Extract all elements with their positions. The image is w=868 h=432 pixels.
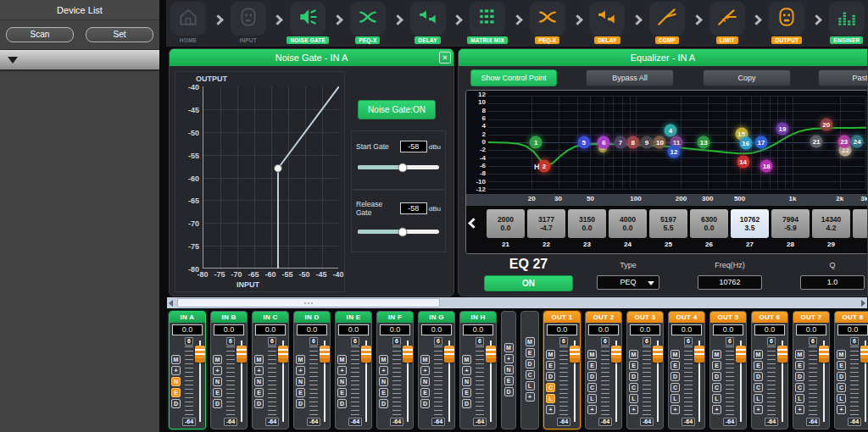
channel-button-plus[interactable]: + xyxy=(670,405,680,414)
channel-gain-value[interactable]: 0.0 xyxy=(297,324,327,335)
eq-control-point-12[interactable]: 12 xyxy=(667,145,680,158)
channel-button-m[interactable]: M xyxy=(629,350,638,359)
freq-input[interactable]: 10762 xyxy=(698,275,762,290)
channel-button-m[interactable]: M xyxy=(712,350,721,359)
channel-header[interactable]: IN A xyxy=(170,312,205,323)
channel-button-n[interactable]: N xyxy=(254,377,264,386)
channel-button-d[interactable]: D xyxy=(546,372,555,381)
band-cell-27[interactable]: 107623.5 xyxy=(731,209,769,238)
channel-button-plus[interactable]: + xyxy=(754,405,763,414)
channel-gain-value[interactable]: 0.0 xyxy=(671,324,702,335)
eq-control-point-23[interactable]: 23 xyxy=(837,136,850,148)
channel-button-m[interactable]: M xyxy=(546,350,555,359)
channel-button-d[interactable]: D xyxy=(754,372,763,381)
channel-header[interactable]: OUT 1 xyxy=(544,312,580,323)
fader-handle[interactable] xyxy=(819,346,829,363)
channel-button-m[interactable]: M xyxy=(837,350,846,359)
channel-button-e[interactable]: E xyxy=(795,361,804,370)
channel-header[interactable]: OUT 7 xyxy=(793,312,829,323)
channel-button-m[interactable]: M xyxy=(213,355,222,364)
channel-header[interactable]: IN C xyxy=(253,312,288,323)
fader-handle[interactable] xyxy=(403,346,413,363)
fader-handle[interactable] xyxy=(860,346,868,363)
fader-handle[interactable] xyxy=(486,346,496,363)
channel-button-m[interactable]: M xyxy=(754,350,763,359)
channel-button-l[interactable]: L xyxy=(629,394,638,403)
band-cell-26[interactable]: 63000.0 xyxy=(690,209,728,238)
channel-button-m[interactable]: M xyxy=(462,355,471,364)
toolbar-item-output[interactable]: OUTPUT xyxy=(767,2,806,44)
eq-control-point-19[interactable]: 19 xyxy=(776,122,788,135)
aux-button-c[interactable]: C xyxy=(526,370,535,379)
type-dropdown[interactable]: PEQ xyxy=(597,275,659,290)
toolbar-item-enginer[interactable]: ENGINER xyxy=(827,2,866,44)
channel-button-e[interactable]: E xyxy=(837,361,846,370)
eq-control-point-4[interactable]: 4 xyxy=(664,125,676,137)
channel-button-m[interactable]: M xyxy=(171,355,181,364)
fader-handle[interactable] xyxy=(320,346,330,363)
bypass-all-button[interactable]: Bypass All xyxy=(586,69,674,86)
aux-button-e[interactable]: E xyxy=(504,376,514,385)
channel-gain-value[interactable]: 0.0 xyxy=(713,324,743,335)
channel-button-plus[interactable]: + xyxy=(379,366,388,375)
scroll-right-icon[interactable] xyxy=(861,300,865,307)
toolbar-item-noise-gate[interactable]: NOISE GATE xyxy=(288,2,327,44)
fader-handle[interactable] xyxy=(236,346,247,363)
channel-button-plus[interactable]: + xyxy=(712,405,721,414)
channel-header[interactable]: IN E xyxy=(336,312,371,323)
channel-button-e[interactable]: E xyxy=(213,388,222,397)
eq-control-point-21[interactable]: 21 xyxy=(810,136,823,148)
band-table-prev-icon[interactable] xyxy=(468,218,479,229)
channel-gain-value[interactable]: 0.0 xyxy=(547,324,577,335)
fader-handle[interactable] xyxy=(736,346,746,363)
channel-gain-value[interactable]: 0.0 xyxy=(588,324,619,335)
fader-handle[interactable] xyxy=(361,346,371,363)
channel-gain-value[interactable]: 0.0 xyxy=(837,324,868,335)
channel-button-e[interactable]: E xyxy=(379,388,388,397)
channel-button-l[interactable]: L xyxy=(587,394,597,403)
aux-button-d[interactable]: D xyxy=(526,359,535,368)
gate-threshold-handle[interactable] xyxy=(275,164,282,172)
eq-control-point-8[interactable]: 8 xyxy=(626,136,639,149)
channel-button-m[interactable]: M xyxy=(296,355,305,364)
channel-button-d[interactable]: D xyxy=(213,399,222,408)
toolbar-item-peq-x[interactable]: PEQ-X xyxy=(348,2,387,44)
channel-button-d[interactable]: D xyxy=(379,399,388,408)
channel-button-m[interactable]: M xyxy=(337,355,347,364)
channel-button-m[interactable]: M xyxy=(254,355,264,364)
aux-button-plus[interactable]: + xyxy=(526,392,535,402)
channel-button-n[interactable]: N xyxy=(379,377,388,386)
channel-button-plus[interactable]: + xyxy=(837,405,846,414)
channel-button-d[interactable]: D xyxy=(171,399,181,408)
channel-button-e[interactable]: E xyxy=(587,361,597,370)
channel-button-e[interactable]: E xyxy=(754,361,763,370)
channel-button-c[interactable]: C xyxy=(754,383,763,392)
channel-button-d[interactable]: D xyxy=(296,399,305,408)
toolbar-item-limit[interactable]: LIMIT xyxy=(708,2,747,44)
channel-header[interactable]: IN D xyxy=(294,312,330,323)
channel-header[interactable]: OUT 8 xyxy=(835,312,868,323)
release-gate-value[interactable]: -58 xyxy=(400,202,427,214)
release-gate-slider[interactable] xyxy=(358,230,439,234)
toolbar-item-delay[interactable]: DELAY xyxy=(587,2,626,44)
channel-button-c[interactable]: C xyxy=(837,383,846,392)
channel-button-m[interactable]: M xyxy=(670,350,680,359)
channel-gain-value[interactable]: 0.0 xyxy=(754,324,785,335)
channel-header[interactable]: OUT 3 xyxy=(627,312,663,323)
toolbar-item-comp[interactable]: COMP xyxy=(648,2,687,44)
channel-button-d[interactable]: D xyxy=(462,399,471,408)
channel-button-m[interactable]: M xyxy=(379,355,388,364)
channel-button-d[interactable]: D xyxy=(254,399,264,408)
channel-button-plus[interactable]: + xyxy=(171,366,181,375)
channel-button-e[interactable]: E xyxy=(546,361,555,370)
device-dropdown[interactable] xyxy=(0,49,159,71)
channel-button-d[interactable]: D xyxy=(337,399,347,408)
band-on-button[interactable]: ON xyxy=(484,275,573,291)
toolbar-item-home[interactable]: HOME xyxy=(169,2,208,44)
channel-button-e[interactable]: E xyxy=(254,388,264,397)
channel-header[interactable]: OUT 4 xyxy=(669,312,704,323)
band-cell-29[interactable]: 143404.2 xyxy=(812,209,850,238)
aux-button-e[interactable]: E xyxy=(526,348,535,357)
channel-button-c[interactable]: C xyxy=(795,383,804,392)
channel-header[interactable]: IN H xyxy=(460,312,496,323)
